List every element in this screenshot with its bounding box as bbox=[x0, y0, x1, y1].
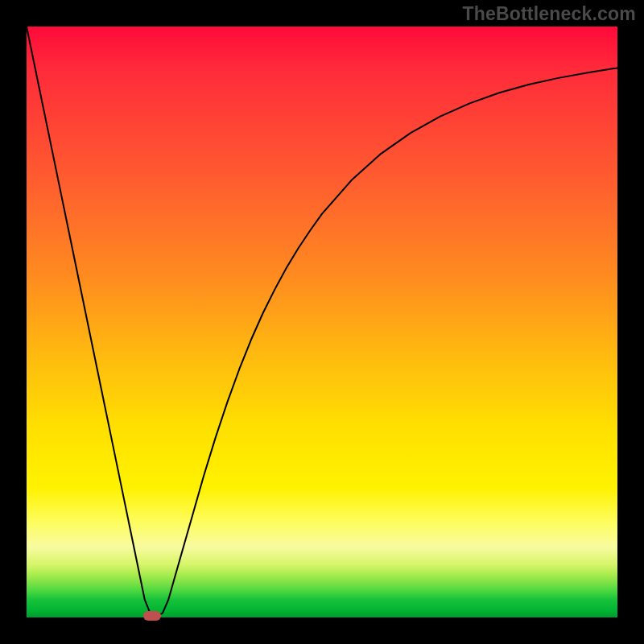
chart-frame: TheBottleneck.com bbox=[0, 0, 644, 644]
watermark-text: TheBottleneck.com bbox=[462, 3, 636, 25]
curve-layer bbox=[27, 27, 617, 617]
plot-area bbox=[27, 27, 617, 617]
optimum-marker bbox=[143, 611, 161, 621]
bottleneck-curve bbox=[27, 27, 617, 616]
